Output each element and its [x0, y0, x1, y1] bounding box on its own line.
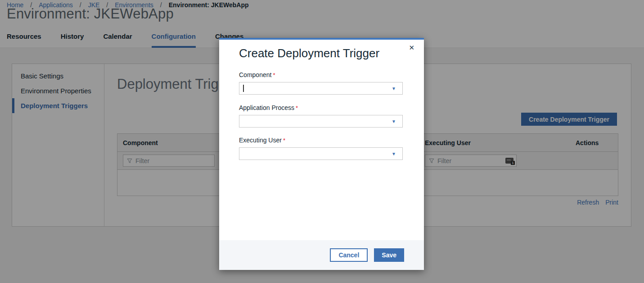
- field-label-text: Component: [239, 71, 271, 78]
- chevron-down-icon[interactable]: ▼: [392, 86, 396, 91]
- field-label-text: Application Process: [239, 104, 294, 111]
- environment-configuration-page: Home / Applications / JKE / Environments…: [0, 0, 644, 283]
- application-process-select[interactable]: ▼: [239, 115, 403, 128]
- chevron-down-icon[interactable]: ▼: [392, 119, 396, 124]
- component-select[interactable]: ▼: [239, 82, 403, 95]
- field-label-text: Executing User: [239, 137, 282, 144]
- text-caret: [243, 85, 244, 92]
- dialog-title: Create Deployment Trigger: [239, 46, 379, 60]
- cancel-button[interactable]: Cancel: [330, 248, 368, 262]
- executing-user-field: Executing User* ▼: [239, 137, 403, 160]
- application-process-field: Application Process* ▼: [239, 104, 403, 128]
- create-deployment-trigger-dialog: Create Deployment Trigger ✕ Component* ▼…: [219, 38, 424, 270]
- required-marker: *: [273, 72, 275, 78]
- component-label: Component*: [239, 71, 403, 78]
- executing-user-select[interactable]: ▼: [239, 147, 403, 160]
- close-icon[interactable]: ✕: [407, 42, 416, 53]
- dialog-footer: Cancel Save: [219, 240, 424, 270]
- save-button[interactable]: Save: [374, 248, 404, 262]
- executing-user-label: Executing User*: [239, 137, 403, 144]
- component-field: Component* ▼: [239, 71, 403, 95]
- required-marker: *: [283, 137, 285, 144]
- required-marker: *: [296, 105, 298, 111]
- application-process-label: Application Process*: [239, 104, 403, 111]
- chevron-down-icon[interactable]: ▼: [392, 151, 396, 156]
